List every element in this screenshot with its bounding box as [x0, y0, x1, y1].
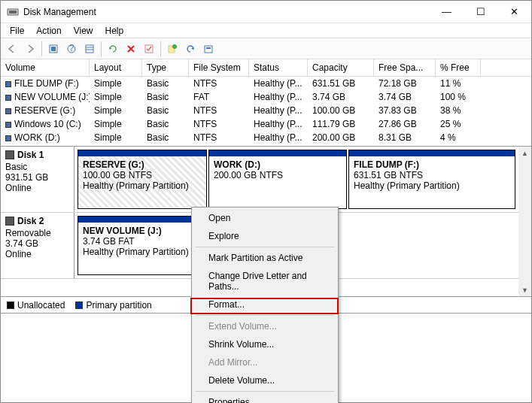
delete-icon[interactable] [123, 41, 139, 57]
scroll-down-icon[interactable]: ▼ [518, 283, 531, 296]
titlebar[interactable]: Disk Management — ☐ ✕ [1, 1, 531, 23]
new-icon[interactable] [164, 41, 181, 57]
scrollbar[interactable]: ▲▼ [518, 147, 531, 296]
svg-rect-3 [51, 47, 56, 51]
legend-primary: Primary partition [86, 300, 151, 311]
minimize-button[interactable]: — [430, 1, 464, 23]
menu-action[interactable]: Action [30, 24, 67, 38]
menu-properties[interactable]: Properties [193, 393, 336, 403]
settings-icon[interactable] [200, 41, 217, 57]
disk-type: Removable [5, 228, 69, 238]
partition-health: Healthy (Primary Partition) [83, 180, 202, 191]
partition-work[interactable]: WORK (D:) 200.00 GB NTFS [208, 150, 347, 209]
legend-unallocated: Unallocated [17, 300, 65, 311]
menu-file[interactable]: File [4, 24, 30, 38]
menu-shrink-volume[interactable]: Shrink Volume... [193, 335, 336, 353]
disk-name: Disk 2 [5, 216, 69, 226]
partition-info: 200.00 GB NTFS [214, 170, 342, 180]
menu-explore[interactable]: Explore [193, 227, 336, 245]
partition-name: RESERVE (G:) [83, 159, 202, 170]
col-free[interactable]: Free Spa... [374, 59, 436, 76]
volume-list: Volume Layout Type File System Status Ca… [1, 59, 531, 147]
swatch-unallocated [7, 301, 14, 309]
tool-icon[interactable] [45, 41, 62, 57]
scroll-up-icon[interactable]: ▲ [518, 147, 531, 159]
menu-open[interactable]: Open [193, 209, 336, 227]
disk-info[interactable]: Disk 1 Basic 931.51 GB Online [1, 147, 74, 212]
menu-change-letter[interactable]: Change Drive Letter and Paths... [193, 267, 336, 295]
check-icon[interactable] [141, 41, 157, 57]
volume-row[interactable]: RESERVE (G:)SimpleBasicNTFSHealthy (P...… [1, 104, 531, 117]
disk-status: Online [5, 183, 69, 193]
partition-name: NEW VOLUME (J:) [83, 226, 202, 236]
swatch-primary [75, 301, 83, 309]
col-type[interactable]: Type [142, 59, 189, 76]
menu-mark-active[interactable]: Mark Partition as Active [193, 249, 336, 267]
col-layout[interactable]: Layout [90, 59, 142, 76]
disk-size: 931.51 GB [5, 172, 69, 183]
menubar: File Action View Help [1, 23, 531, 38]
menu-add-mirror: Add Mirror... [193, 353, 336, 371]
disk-status: Online [5, 249, 69, 259]
partition-reserve[interactable]: RESERVE (G:) 100.00 GB NTFS Healthy (Pri… [78, 150, 207, 209]
menu-delete-volume[interactable]: Delete Volume... [193, 371, 336, 389]
volume-row[interactable]: NEW VOLUME (J:)SimpleBasicFATHealthy (P.… [1, 90, 531, 104]
svg-text:?: ? [69, 44, 74, 53]
menu-extend-volume: Extend Volume... [193, 317, 336, 335]
toolbar: ? [1, 38, 531, 59]
col-volume[interactable]: Volume [1, 59, 90, 76]
close-button[interactable]: ✕ [497, 1, 531, 23]
svg-rect-13 [206, 47, 211, 49]
menu-view[interactable]: View [68, 24, 99, 38]
help-icon[interactable]: ? [63, 41, 80, 57]
partition-health: Healthy (Primary Partition) [83, 247, 202, 257]
svg-rect-1 [9, 11, 17, 14]
partition-health: Healthy (Primary Partition) [354, 180, 510, 191]
volume-row[interactable]: WORK (D:)SimpleBasicNTFSHealthy (P...200… [1, 131, 531, 144]
menu-format[interactable]: Format... [193, 295, 336, 314]
disk-name: Disk 1 [5, 150, 69, 160]
volume-row[interactable]: FILE DUMP (F:)SimpleBasicNTFSHealthy (P.… [1, 77, 531, 90]
col-filesystem[interactable]: File System [189, 59, 249, 76]
svg-rect-6 [86, 45, 93, 53]
col-capacity[interactable]: Capacity [308, 59, 374, 76]
partition-name: WORK (D:) [214, 159, 342, 170]
context-menu: Open Explore Mark Partition as Active Ch… [191, 207, 339, 403]
list-icon[interactable] [81, 41, 98, 57]
partition-info: 3.74 GB FAT [83, 236, 202, 247]
refresh-icon[interactable] [105, 41, 121, 57]
svg-point-11 [172, 44, 177, 49]
col-pctfree[interactable]: % Free [436, 59, 481, 76]
col-status[interactable]: Status [249, 59, 308, 76]
maximize-button[interactable]: ☐ [464, 1, 497, 23]
disk-info[interactable]: Disk 2 Removable 3.74 GB Online [1, 213, 74, 278]
undo-icon[interactable] [182, 41, 199, 57]
partition-info: 100.00 GB NTFS [83, 170, 202, 180]
column-headers: Volume Layout Type File System Status Ca… [1, 59, 531, 77]
partition-newvolume[interactable]: NEW VOLUME (J:) 3.74 GB FAT Healthy (Pri… [78, 216, 207, 275]
partition-name: FILE DUMP (F:) [354, 159, 510, 170]
svg-rect-12 [205, 46, 212, 53]
partition-info: 631.51 GB NTFS [354, 170, 510, 180]
disk-type: Basic [5, 162, 69, 172]
window-title: Disk Management [23, 7, 430, 17]
volume-row[interactable]: Windows 10 (C:)SimpleBasicNTFSHealthy (P… [1, 117, 531, 131]
back-button[interactable] [4, 41, 20, 57]
partition-filedump[interactable]: FILE DUMP (F:) 631.51 GB NTFS Healthy (P… [348, 150, 515, 209]
app-icon [7, 6, 19, 18]
menu-help[interactable]: Help [99, 24, 130, 38]
forward-button[interactable] [22, 41, 38, 57]
disk-size: 3.74 GB [5, 238, 69, 249]
